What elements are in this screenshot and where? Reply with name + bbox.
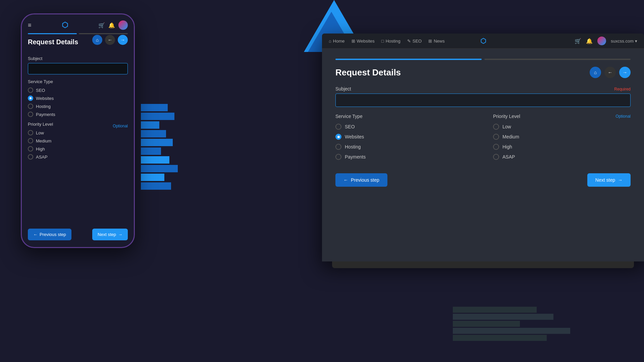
phone-label-medium: Medium xyxy=(36,138,51,143)
phone-radio-payments[interactable] xyxy=(28,112,33,117)
phone-priority-high[interactable]: High xyxy=(28,146,128,152)
phone-label-websites: Websites xyxy=(36,96,54,101)
phone-priority-medium[interactable]: Medium xyxy=(28,138,128,143)
phone-next-step-button[interactable]: Next step → xyxy=(92,229,128,240)
phone-priority-asap[interactable]: ASAP xyxy=(28,154,128,160)
nav-item-websites[interactable]: ⊞ Websites xyxy=(352,39,375,44)
phone-home-button[interactable]: ⌂ xyxy=(92,35,102,45)
laptop-subject-row: Subject Required xyxy=(335,86,631,92)
cart-icon[interactable]: 🛒 xyxy=(98,22,105,28)
laptop-priority-low[interactable]: Low xyxy=(493,124,631,130)
home-icon: ⌂ xyxy=(329,39,331,44)
laptop-radio-payments-circle[interactable] xyxy=(335,154,341,160)
phone-nav-icons: 🛒 🔔 xyxy=(98,20,128,30)
laptop-navbar: ⌂ Home ⊞ Websites □ Hosting ✎ SEO ⊞ Ne xyxy=(322,34,644,49)
phone-logo: ⬡ xyxy=(62,21,68,29)
phone-radio-high[interactable] xyxy=(28,146,33,152)
laptop-radio-medium-circle[interactable] xyxy=(493,134,499,140)
nav-websites-label: Websites xyxy=(357,39,375,44)
phone-notch xyxy=(76,19,80,23)
phone-service-payments[interactable]: Payments xyxy=(28,112,128,117)
phone-service-type-label: Service Type xyxy=(28,79,128,84)
laptop-payments-label: Payments xyxy=(345,154,366,160)
bell-icon[interactable]: 🔔 xyxy=(108,22,115,28)
phone-label-hosting: Hosting xyxy=(36,104,51,109)
laptop-medium-label: Medium xyxy=(502,134,519,139)
phone-radio-low[interactable] xyxy=(28,130,33,135)
laptop-service-type-label: Service Type xyxy=(335,114,473,119)
nav-item-news[interactable]: ⊞ News xyxy=(428,39,445,44)
phone-subject-input[interactable] xyxy=(28,63,128,74)
laptop-service-hosting[interactable]: Hosting xyxy=(335,144,473,150)
hamburger-icon[interactable]: ≡ xyxy=(28,22,32,29)
laptop-avatar[interactable] xyxy=(597,37,606,45)
chevron-down-icon: ▾ xyxy=(635,39,637,44)
phone-radio-seo[interactable] xyxy=(28,87,33,93)
laptop-radio-seo-circle[interactable] xyxy=(335,124,341,130)
laptop-priority-medium[interactable]: Medium xyxy=(493,134,631,140)
nav-item-home[interactable]: ⌂ Home xyxy=(329,39,345,44)
laptop-service-type-section: Service Type SEO Websites Hosting xyxy=(335,114,473,167)
phone-label-payments: Payments xyxy=(36,112,55,117)
laptop-radio-high-circle[interactable] xyxy=(493,144,499,150)
phone-radio-asap[interactable] xyxy=(28,154,33,160)
laptop-prev-nav-button[interactable]: ← xyxy=(604,67,616,78)
laptop-service-websites[interactable]: Websites xyxy=(335,134,473,140)
phone-next-label: Next step xyxy=(98,232,116,237)
laptop-form-title: Request Details xyxy=(335,67,401,78)
phone-next-nav-button[interactable]: → xyxy=(118,35,128,45)
phone-service-type-group: SEO Websites Hosting Payments xyxy=(28,87,128,117)
laptop-mockup: ⌂ Home ⊞ Websites □ Hosting ✎ SEO ⊞ Ne xyxy=(322,34,644,261)
nav-item-hosting[interactable]: □ Hosting xyxy=(381,39,400,44)
phone-radio-websites[interactable] xyxy=(28,96,33,101)
phone-priority-low[interactable]: Low xyxy=(28,130,128,135)
nav-item-seo[interactable]: ✎ SEO xyxy=(407,39,422,44)
phone-screen: ≡ ⬡ 🛒 🔔 Request Details ⌂ ← → xyxy=(22,14,134,247)
phone-service-seo[interactable]: SEO xyxy=(28,87,128,93)
laptop-cart-icon[interactable]: 🛒 xyxy=(575,38,581,44)
laptop-next-nav-button[interactable]: → xyxy=(619,67,631,78)
laptop-radio-hosting-circle[interactable] xyxy=(335,144,341,150)
laptop-priority-high[interactable]: High xyxy=(493,144,631,150)
avatar[interactable] xyxy=(118,20,128,30)
laptop-domain[interactable]: suxcss.com ▾ xyxy=(611,39,637,44)
phone-footer: ← Previous step Next step → xyxy=(22,229,134,240)
laptop-radio-low-circle[interactable] xyxy=(493,124,499,130)
nav-hosting-label: Hosting xyxy=(386,39,400,44)
laptop-progress-bars xyxy=(335,59,631,60)
phone-radio-medium[interactable] xyxy=(28,138,33,143)
phone-label-seo: SEO xyxy=(36,88,45,93)
phone-service-hosting[interactable]: Hosting xyxy=(28,104,128,109)
laptop-previous-step-button[interactable]: ← Previous step xyxy=(335,173,387,187)
laptop-subject-input[interactable] xyxy=(335,94,631,107)
phone-service-websites[interactable]: Websites xyxy=(28,96,128,101)
laptop-form-header: Request Details ⌂ ← → xyxy=(335,67,631,78)
laptop-priority-asap[interactable]: ASAP xyxy=(493,154,631,160)
nav-home-label: Home xyxy=(333,39,345,44)
phone-radio-hosting[interactable] xyxy=(28,104,33,109)
laptop-radio-websites-circle[interactable] xyxy=(335,134,341,140)
staircase-left xyxy=(141,104,178,191)
phone-previous-step-button[interactable]: ← Previous step xyxy=(28,229,71,240)
laptop-progress-step2 xyxy=(484,59,631,60)
laptop-service-group: SEO Websites Hosting Payments xyxy=(335,124,473,160)
laptop-form-footer: ← Previous step Next step → xyxy=(335,173,631,187)
laptop-bell-icon[interactable]: 🔔 xyxy=(586,38,593,44)
laptop-arrow-left-icon: ← xyxy=(343,177,348,183)
laptop-home-button[interactable]: ⌂ xyxy=(590,67,601,78)
arrow-left-icon: ← xyxy=(33,232,38,237)
websites-icon: ⊞ xyxy=(352,39,355,44)
laptop-form-nav-buttons: ⌂ ← → xyxy=(590,67,631,78)
laptop-next-step-button[interactable]: Next step → xyxy=(587,173,631,187)
laptop-required-label: Required xyxy=(614,87,631,92)
laptop-form-columns: Service Type SEO Websites Hosting xyxy=(335,114,631,167)
laptop-screen: ⌂ Home ⊞ Websites □ Hosting ✎ SEO ⊞ Ne xyxy=(322,34,644,261)
laptop-service-seo[interactable]: SEO xyxy=(335,124,473,130)
phone-label-high: High xyxy=(36,146,45,152)
staircase-right xyxy=(453,307,570,342)
phone-form-title: Request Details xyxy=(28,38,78,46)
phone-prev-nav-button[interactable]: ← xyxy=(105,35,115,45)
laptop-service-payments[interactable]: Payments xyxy=(335,154,473,160)
laptop-radio-asap-circle[interactable] xyxy=(493,154,499,160)
laptop-priority-group: Low Medium High ASAP xyxy=(493,124,631,160)
